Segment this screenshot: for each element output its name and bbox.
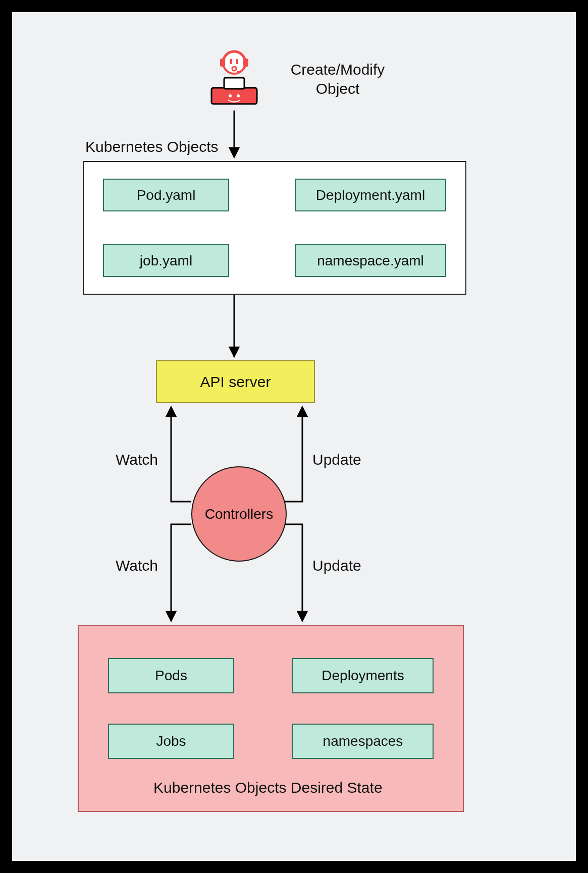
yaml-job: job.yaml xyxy=(103,244,229,277)
yaml-job-label: job.yaml xyxy=(140,253,192,269)
state-pods-label: Pods xyxy=(155,668,187,684)
update-top-label: Update xyxy=(312,451,361,468)
yaml-pod-label: Pod.yaml xyxy=(137,187,196,203)
svg-rect-4 xyxy=(243,59,248,67)
state-pods: Pods xyxy=(108,658,234,693)
controllers-label: Controllers xyxy=(205,506,273,522)
controllers-circle: Controllers xyxy=(191,466,287,562)
svg-rect-6 xyxy=(236,59,238,64)
state-jobs: Jobs xyxy=(108,724,234,759)
svg-point-8 xyxy=(229,94,232,97)
objects-title: Kubernetes Objects xyxy=(85,138,218,155)
user-action-label: Create/Modify Object xyxy=(280,60,396,98)
yaml-namespace-label: namespace.yaml xyxy=(317,253,424,269)
diagram-canvas: Create/Modify Object Kubernetes Objects … xyxy=(0,0,588,873)
svg-point-9 xyxy=(237,94,240,97)
state-deployments: Deployments xyxy=(292,658,434,693)
update-bottom-label: Update xyxy=(312,557,361,574)
yaml-deployment-label: Deployment.yaml xyxy=(316,187,425,203)
state-namespaces: namespaces xyxy=(292,724,434,759)
yaml-deployment: Deployment.yaml xyxy=(295,179,446,211)
yaml-namespace: namespace.yaml xyxy=(295,244,446,277)
api-server-box: API server xyxy=(156,360,315,403)
api-server-label: API server xyxy=(200,373,271,391)
watch-top-label: Watch xyxy=(116,451,158,468)
user-action-line2: Object xyxy=(316,80,360,97)
svg-rect-3 xyxy=(220,59,225,67)
state-jobs-label: Jobs xyxy=(156,733,186,749)
watch-bottom-label: Watch xyxy=(116,557,158,574)
state-title: Kubernetes Objects Desired State xyxy=(153,779,383,796)
state-namespaces-label: namespaces xyxy=(323,733,403,749)
yaml-pod: Pod.yaml xyxy=(103,179,229,211)
svg-rect-1 xyxy=(224,78,244,89)
svg-rect-5 xyxy=(230,59,232,64)
state-deployments-label: Deployments xyxy=(322,668,404,684)
user-icon xyxy=(204,42,264,108)
user-action-line1: Create/Modify xyxy=(291,61,385,78)
